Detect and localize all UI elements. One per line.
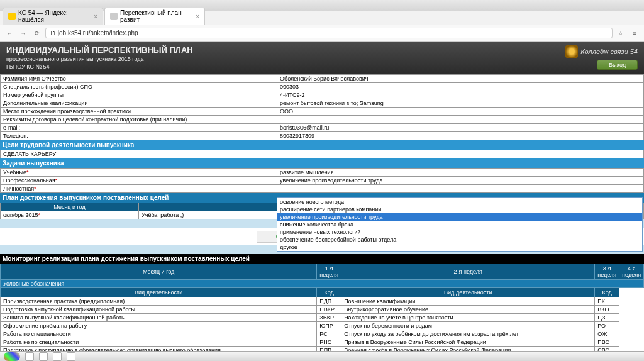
- label-task-edu: Учебные*: [1, 169, 277, 177]
- close-icon[interactable]: ×: [196, 13, 199, 20]
- dropdown-option[interactable]: снижение количества брака: [277, 221, 642, 228]
- code-val: ОЖ: [595, 330, 619, 338]
- code-name: Призыв в Вооруженные Силы Российской Фед…: [341, 338, 595, 347]
- code-val: ПК: [595, 297, 619, 306]
- mon-col-w1: 1-я неделя: [317, 264, 341, 280]
- code-name: Отпуск по уходу за ребёнком до достижени…: [341, 330, 595, 338]
- plan-month[interactable]: октябрь 2015*: [1, 211, 139, 219]
- mon-cond: Условные обозначения: [1, 280, 644, 288]
- favicon: [110, 13, 118, 20]
- mon-code-l: Код: [317, 288, 341, 297]
- value-group[interactable]: 4-ИТС9-2: [277, 91, 644, 99]
- taskbar-item[interactable]: [53, 352, 62, 361]
- code-val: ЦЗ: [595, 314, 619, 322]
- personal-info-table: Фамилия Имя ОтчествоОболенский Борис Вяч…: [0, 74, 644, 140]
- section-goals: Цели трудовой деятельности выпускника: [0, 140, 644, 150]
- label-pract: Место прохождения производственной практ…: [1, 108, 277, 116]
- label-fio: Фамилия Имя Отчество: [1, 75, 277, 83]
- mon-act-r: Вид деятельности: [341, 288, 595, 297]
- favicon: [8, 13, 16, 20]
- dropdown-option[interactable]: расширение сети партнеров компании: [277, 206, 642, 213]
- dropdown-option[interactable]: освоение нового метода: [277, 198, 642, 206]
- value-spec[interactable]: 090303: [277, 83, 644, 91]
- page-subtitle: профессионального развития выпускника 20…: [6, 56, 193, 64]
- dropdown-option[interactable]: применение новых технологий: [277, 228, 642, 236]
- value-task-edu[interactable]: развитие мышления: [277, 169, 644, 177]
- reload-icon[interactable]: ⟳: [31, 28, 43, 39]
- code-name: Производственная практика (преддипломная…: [1, 297, 317, 306]
- code-val: ПВКР: [317, 306, 341, 314]
- url-text: job.ks54.ru/anketa/index.php: [58, 30, 138, 36]
- label-task-pers: Личностная*: [1, 185, 277, 193]
- code-val: ПВС: [595, 338, 619, 347]
- section-tasks: Задачи выпускника: [0, 158, 644, 168]
- value-email[interactable]: borist0306@mail.ru: [277, 124, 644, 132]
- taskbar-item[interactable]: [39, 352, 48, 361]
- code-name: Работа по специальности: [1, 330, 317, 338]
- code-val: ПДП: [317, 297, 341, 306]
- taskbar-item[interactable]: [25, 352, 34, 361]
- code-val: РНС: [317, 338, 341, 347]
- taskbar[interactable]: [0, 351, 644, 361]
- tab-label: КС 54 — Яндекс: нашёлся: [18, 9, 90, 23]
- code-name: Защита выпускной квалификационной работы: [1, 314, 317, 322]
- dropdown-option[interactable]: другое: [277, 243, 642, 251]
- code-name: Подготовка выпускной квалификационной ра…: [1, 306, 317, 314]
- logo-text: Колледж связи 54: [580, 48, 638, 55]
- dropdown-prof-task[interactable]: освоение нового метода расширение сети п…: [277, 197, 643, 252]
- close-icon[interactable]: ×: [94, 13, 97, 20]
- forward-icon[interactable]: →: [18, 28, 29, 39]
- code-name: Отпуск по беременности и родам: [341, 322, 595, 330]
- url-input[interactable]: 🗋 job.ks54.ru/anketa/index.php: [45, 28, 613, 38]
- code-name: Работа не по специальности: [1, 338, 317, 347]
- exit-button[interactable]: Выход: [597, 60, 638, 70]
- mon-code-r: Код: [595, 288, 619, 297]
- page-org: ГБПОУ КС № 54: [6, 64, 193, 71]
- mon-col-w4: 4-я неделя: [619, 264, 644, 280]
- logo: Колледж связи 54: [565, 45, 638, 58]
- label-spec: Специальность (профессия) СПО: [1, 83, 277, 91]
- mon-act-l: Вид деятельности: [1, 288, 317, 297]
- mon-col-month: Месяц и год: [1, 264, 317, 280]
- dropdown-option[interactable]: обеспечение бесперебойной работы отдела: [277, 236, 642, 243]
- label-qual: Дополнительные квалификации: [1, 99, 277, 108]
- start-button[interactable]: [4, 352, 20, 361]
- goals-value[interactable]: СДЕЛАТЬ КАРЬЕРУ: [1, 150, 644, 158]
- col-month: Месяц и год: [1, 203, 139, 211]
- label-task-prof: Профессиональная*: [1, 177, 277, 185]
- label-email: e-mail:: [1, 124, 277, 132]
- tab-strip: КС 54 — Яндекс: нашёлся× Перспективный п…: [0, 11, 644, 25]
- code-val: ЮПР: [317, 322, 341, 330]
- code-val: РС: [317, 330, 341, 338]
- mon-col-w2: 2-я неделя: [341, 264, 595, 280]
- value-task-pers[interactable]: [277, 185, 644, 193]
- code-name: Нахождение на учёте в центре занятости: [341, 314, 595, 322]
- section-monitoring: Мониторинг реализации плана достижения в…: [0, 254, 644, 264]
- value-pract[interactable]: ООО: [277, 108, 644, 116]
- code-name: Повышение квалификации: [341, 297, 595, 306]
- mon-col-w3: 3-я неделя: [595, 264, 619, 280]
- dropdown-option[interactable]: увеличение производительности труда: [277, 213, 642, 221]
- tab-plan[interactable]: Перспективный план развит×: [104, 8, 205, 25]
- url-bar: ← → ⟳ 🗋 job.ks54.ru/anketa/index.php ☆ ≡: [0, 25, 644, 42]
- code-val: ВКО: [595, 306, 619, 314]
- label-tel: Телефон:: [1, 132, 277, 140]
- logo-icon: [565, 45, 578, 58]
- page-header: ИНДИВИДУАЛЬНЫЙ ПЕРСПЕКТИВНЫЙ ПЛАН профес…: [0, 42, 644, 74]
- value-qual[interactable]: ремонт бытовой техники в то; Samsung: [277, 99, 644, 108]
- value-tel[interactable]: 89032917309: [277, 132, 644, 140]
- value-task-prof[interactable]: увеличение производительности труда: [277, 177, 644, 185]
- code-name: Оформление приёма на работу: [1, 322, 317, 330]
- taskbar-item[interactable]: [67, 352, 75, 361]
- tab-label: Перспективный план развит: [120, 9, 192, 23]
- page-title: ИНДИВИДУАЛЬНЫЙ ПЕРСПЕКТИВНЫЙ ПЛАН: [6, 45, 193, 56]
- code-val: РО: [595, 322, 619, 330]
- tab-yandex[interactable]: КС 54 — Яндекс: нашёлся×: [3, 8, 103, 25]
- label-group: Номер учебной группы: [1, 91, 277, 99]
- code-name: Внутрикорпоративное обучение: [341, 306, 595, 314]
- menu-icon[interactable]: ≡: [629, 28, 640, 39]
- label-contract: Реквизиты договора о целевой контрактной…: [1, 116, 644, 124]
- value-fio[interactable]: Оболенский Борис Вячеславович: [277, 75, 644, 83]
- back-icon[interactable]: ←: [4, 28, 15, 39]
- star-icon[interactable]: ☆: [615, 28, 626, 39]
